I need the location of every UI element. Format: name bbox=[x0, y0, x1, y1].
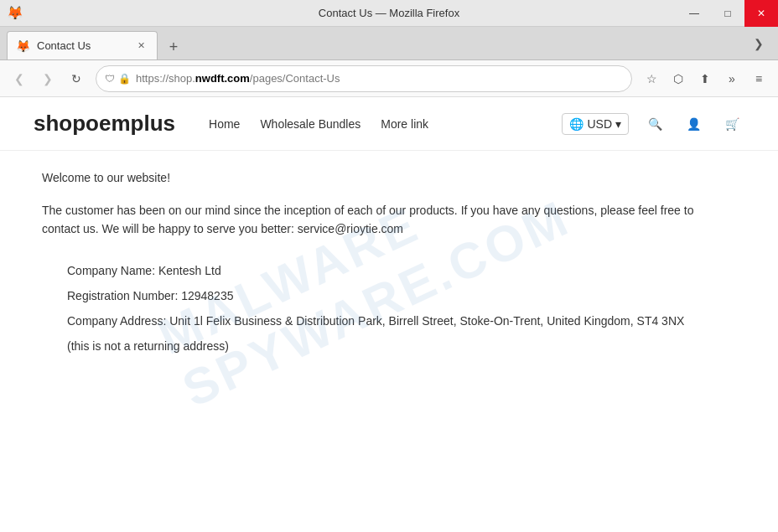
site-header-right: 🌐 USD ▾ 🔍 👤 🛒 bbox=[562, 111, 744, 137]
title-bar: 🦊 Contact Us — Mozilla Firefox — □ ✕ bbox=[0, 0, 778, 27]
tab-list-button[interactable]: ❯ bbox=[746, 31, 771, 56]
tab-label: Contact Us bbox=[37, 39, 91, 52]
forward-button[interactable]: ❯ bbox=[35, 66, 60, 91]
site-logo[interactable]: shopoemplus bbox=[34, 111, 175, 137]
address-row: Company Address: Unit 1l Felix Business … bbox=[67, 309, 729, 333]
email-link[interactable]: service@rioytie.com bbox=[298, 222, 403, 235]
address-note: (this is not a returning address) bbox=[67, 334, 729, 358]
bookmark-button[interactable]: ☆ bbox=[639, 66, 664, 91]
share-button[interactable]: ⬆ bbox=[692, 66, 718, 91]
lock-icon: 🔒 bbox=[118, 73, 131, 85]
pocket-button[interactable]: ⬡ bbox=[666, 66, 691, 91]
shield-icon: 🛡 bbox=[105, 73, 115, 85]
company-name-row: Company Name: Kentesh Ltd bbox=[67, 259, 729, 282]
search-button[interactable]: 🔍 bbox=[642, 111, 667, 137]
company-name-value: Kentesh Ltd bbox=[158, 264, 221, 277]
contact-block: Company Name: Kentesh Ltd Registration N… bbox=[67, 259, 729, 358]
browser-content: shopoemplus Home Wholesale Bundles More … bbox=[0, 97, 778, 532]
cart-button[interactable]: 🛒 bbox=[719, 111, 744, 137]
refresh-button[interactable]: ↻ bbox=[64, 66, 89, 91]
url-text: https://shop.nwdft.com/pages/Contact-Us bbox=[136, 72, 623, 85]
window-title: Contact Us — Mozilla Firefox bbox=[319, 7, 459, 19]
address-value: Unit 1l Felix Business & Distribution Pa… bbox=[169, 314, 684, 328]
chevron-down-icon: ▾ bbox=[615, 117, 621, 131]
window-controls: — □ ✕ bbox=[677, 0, 778, 27]
tab-close-button[interactable]: ✕ bbox=[133, 39, 148, 54]
reg-number-row: Registration Number: 12948235 bbox=[67, 284, 729, 307]
active-tab[interactable]: 🦊 Contact Us ✕ bbox=[7, 31, 158, 59]
reg-number-label: Registration Number: bbox=[67, 289, 178, 302]
globe-icon: 🌐 bbox=[569, 117, 584, 131]
close-button[interactable]: ✕ bbox=[744, 0, 778, 27]
address-label: Company Address: bbox=[67, 314, 166, 328]
tab-bar: 🦊 Contact Us ✕ + ❯ bbox=[0, 27, 778, 60]
nav-home[interactable]: Home bbox=[209, 117, 240, 131]
currency-label: USD bbox=[587, 117, 612, 131]
nav-bar: ❮ ❯ ↻ 🛡 🔒 https://shop.nwdft.com/pages/C… bbox=[0, 60, 778, 97]
security-icons: 🛡 🔒 bbox=[105, 73, 131, 85]
new-tab-button[interactable]: + bbox=[161, 34, 186, 59]
nav-right-icons: ☆ ⬡ ⬆ » ≡ bbox=[639, 66, 771, 91]
tab-bar-right: ❯ bbox=[746, 31, 771, 59]
more-tools-button[interactable]: » bbox=[719, 66, 744, 91]
firefox-icon: 🦊 bbox=[7, 5, 23, 21]
site-nav: Home Wholesale Bundles More link bbox=[209, 117, 545, 131]
back-button[interactable]: ❮ bbox=[7, 66, 32, 91]
firefox-tab-icon: 🦊 bbox=[16, 39, 30, 53]
description-text: The customer has been on our mind since … bbox=[42, 201, 729, 239]
account-button[interactable]: 👤 bbox=[681, 111, 706, 137]
maximize-button[interactable]: □ bbox=[711, 0, 744, 27]
nav-wholesale[interactable]: Wholesale Bundles bbox=[260, 117, 360, 131]
welcome-text: Welcome to our website! bbox=[42, 171, 729, 184]
nav-more[interactable]: More link bbox=[381, 117, 428, 131]
company-name-label: Company Name: bbox=[67, 264, 155, 277]
main-content: MALWARESPYWARE.COM Welcome to our websit… bbox=[0, 151, 771, 380]
menu-button[interactable]: ≡ bbox=[746, 66, 771, 91]
address-bar[interactable]: 🛡 🔒 https://shop.nwdft.com/pages/Contact… bbox=[96, 65, 632, 92]
reg-number-value: 12948235 bbox=[181, 289, 233, 302]
minimize-button[interactable]: — bbox=[677, 0, 711, 27]
currency-selector[interactable]: 🌐 USD ▾ bbox=[562, 113, 629, 135]
site-header: shopoemplus Home Wholesale Bundles More … bbox=[0, 97, 778, 151]
